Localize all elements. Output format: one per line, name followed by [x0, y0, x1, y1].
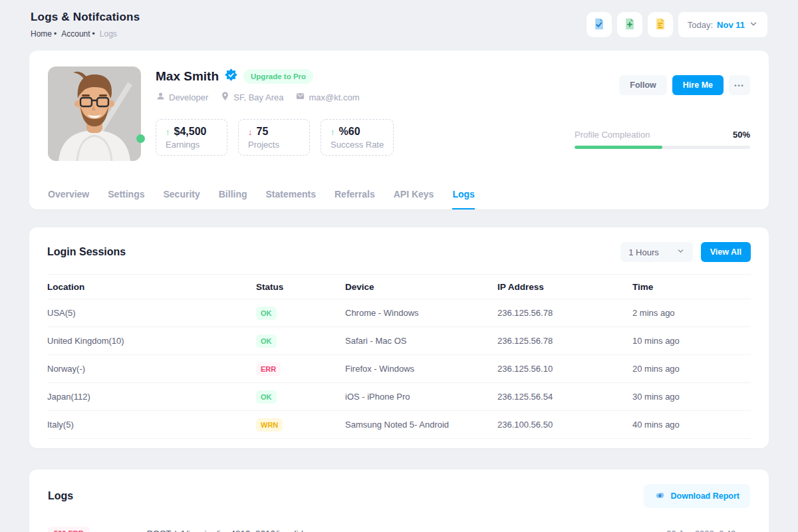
location-cell: Japan(112) — [47, 392, 256, 402]
mail-icon — [295, 91, 305, 103]
ellipsis-icon — [734, 80, 744, 90]
stat-value: %60 — [331, 126, 384, 138]
profile-email-label: max@kt.com — [309, 92, 359, 102]
date-label: Today: — [688, 20, 713, 30]
tab[interactable]: Settings — [108, 189, 144, 209]
stat-label: Earnings — [166, 140, 217, 150]
chevron-down-icon — [676, 247, 685, 257]
follow-button[interactable]: Follow — [619, 75, 667, 95]
breadcrumb-item[interactable]: Account — [61, 29, 100, 39]
tab[interactable]: API Keys — [394, 189, 434, 209]
ip-address-cell: 236.100.56.50 — [497, 420, 632, 430]
stat-value: $4,500 — [166, 126, 217, 138]
breadcrumb: HomeAccountLogs — [31, 29, 140, 39]
stat-box: $4,500 Earnings — [156, 119, 227, 156]
logs-title: Logs — [48, 490, 73, 502]
device-cell: iOS - iPhone Pro — [345, 392, 497, 402]
tab[interactable]: Referrals — [334, 189, 375, 209]
time-cell: 20 mins ago — [632, 364, 751, 374]
user-icon — [156, 91, 166, 103]
status-cell: ERR — [256, 362, 345, 376]
file-plus-button[interactable] — [617, 12, 642, 37]
more-options-button[interactable] — [729, 75, 750, 95]
profile-role-label: Developer — [169, 92, 208, 102]
profile-name: Max Smith — [156, 69, 219, 84]
download-report-button[interactable]: Download Report — [644, 484, 750, 508]
online-status-dot — [136, 134, 145, 143]
status-badge: OK — [256, 390, 277, 404]
profile-location: SF, Bay Area — [220, 91, 283, 103]
page-heading: Logs & Notifcations HomeAccountLogs — [31, 11, 140, 39]
progress-bar — [575, 146, 750, 149]
profile-role: Developer — [156, 91, 208, 103]
location-cell: United Kingdom(10) — [47, 336, 256, 346]
profile-email: max@kt.com — [295, 91, 359, 103]
avatar — [48, 66, 141, 161]
status-badge: WRN — [256, 418, 283, 432]
date-selector[interactable]: Today: Nov 11 — [678, 12, 767, 37]
column-header: IP Address — [497, 282, 632, 292]
location-cell: Norway(-) — [47, 364, 256, 374]
hours-filter-value: 1 Hours — [628, 247, 659, 257]
hire-me-button[interactable]: Hire Me — [672, 75, 724, 95]
tab[interactable]: Billing — [219, 189, 247, 209]
file-check-icon — [593, 17, 606, 33]
breadcrumb-item[interactable]: Home — [31, 29, 61, 39]
stat-box: 75 Projects — [238, 119, 310, 156]
sessions-controls: 1 Hours View All — [620, 242, 751, 262]
progress-value: 50% — [733, 130, 750, 140]
tab[interactable]: Overview — [48, 189, 89, 209]
time-cell: 10 mins ago — [632, 336, 751, 346]
upgrade-to-pro-badge[interactable]: Upgrade to Pro — [243, 69, 313, 84]
location-cell: Italy(5) — [47, 420, 256, 430]
time-cell: 2 mins ago — [632, 308, 751, 318]
stat-box: %60 Success Rate — [321, 119, 394, 156]
column-header: Status — [256, 282, 345, 292]
location-cell: USA(5) — [47, 308, 256, 318]
tab[interactable]: Security — [164, 189, 200, 209]
breadcrumb-item[interactable]: Logs — [100, 29, 117, 39]
download-report-label: Download Report — [671, 491, 739, 501]
file-check-button[interactable] — [587, 12, 612, 37]
file-plus-icon — [623, 17, 636, 33]
device-cell: Firefox - Windows — [345, 364, 497, 374]
profile-completion: Profile Compleation 50% — [575, 130, 750, 149]
chevron-down-icon — [749, 19, 758, 31]
topbar-actions: Today: Nov 11 — [587, 12, 767, 37]
tab[interactable]: Statements — [266, 189, 316, 209]
device-cell: Samsung Noted 5- Android — [345, 420, 497, 430]
table-row: USA(5) OK Chrome - Windows 236.125.56.78… — [47, 299, 751, 327]
status-cell: OK — [256, 334, 345, 348]
status-badge: ERR — [256, 362, 281, 376]
device-cell: Chrome - Windows — [345, 308, 497, 318]
sessions-table-header: LocationStatusDeviceIP AddressTime — [47, 274, 751, 299]
table-row: Japan(112) OK iOS - iPhone Pro 236.125.5… — [47, 383, 751, 411]
profile-meta: Developer SF, Bay Area max@kt.com — [156, 91, 394, 103]
login-sessions-title: Login Sessions — [47, 246, 126, 258]
page-title: Logs & Notifcations — [31, 11, 140, 24]
tab[interactable]: Logs — [452, 189, 474, 209]
table-row: United Kingdom(10) OK Safari - Mac OS 23… — [47, 327, 751, 355]
log-timestamp: 20 Jun 2022, 6:43 am — [666, 529, 750, 532]
hours-filter-select[interactable]: 1 Hours — [620, 242, 693, 262]
cloud-download-icon — [654, 489, 666, 503]
profile-location-label: SF, Bay Area — [233, 92, 283, 102]
logs-list: 500 ERR POST /v1/invoice/in_4819_8610/in… — [48, 527, 750, 532]
location-icon — [220, 91, 230, 103]
login-sessions-card: Login Sessions 1 Hours View All Location… — [29, 227, 769, 448]
view-all-button[interactable]: View All — [701, 242, 751, 262]
profile-stats: $4,500 Earnings 75 Projects %60 Success … — [156, 119, 394, 156]
ip-address-cell: 236.125.56.54 — [497, 392, 632, 402]
stat-label: Projects — [248, 140, 300, 150]
ip-address-cell: 236.125.56.78 — [497, 308, 632, 318]
time-cell: 40 mins ago — [632, 420, 751, 430]
date-value: Nov 11 — [717, 20, 745, 30]
file-lines-button[interactable] — [648, 12, 673, 37]
status-cell: WRN — [256, 418, 345, 432]
profile-tabs: OverviewSettingsSecurityBillingStatement… — [48, 189, 475, 209]
column-header: Location — [47, 282, 256, 292]
topbar: Logs & Notifcations HomeAccountLogs Toda… — [0, 0, 798, 51]
log-status-badge: 500 ERR — [48, 527, 90, 532]
log-row: 500 ERR POST /v1/invoice/in_4819_8610/in… — [48, 527, 750, 532]
device-cell: Safari - Mac OS — [345, 336, 497, 346]
